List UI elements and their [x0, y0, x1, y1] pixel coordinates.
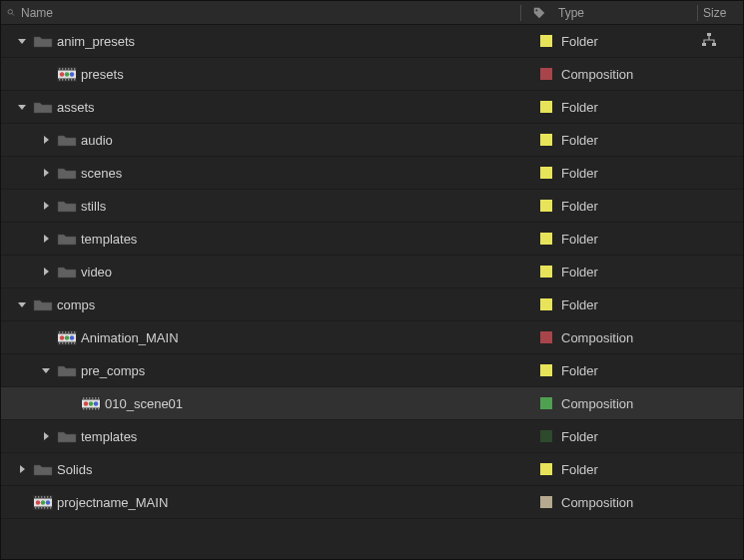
- color-label-cell[interactable]: [531, 430, 561, 442]
- item-label[interactable]: Animation_MAIN: [81, 330, 179, 345]
- chevron-down-icon[interactable]: [15, 34, 29, 48]
- table-row[interactable]: compsFolder: [1, 288, 743, 321]
- color-swatch[interactable]: [540, 430, 552, 442]
- item-name-cell[interactable]: Solids: [7, 461, 531, 477]
- color-label-cell[interactable]: [531, 35, 561, 47]
- table-row[interactable]: presetsComposition: [1, 58, 743, 91]
- color-swatch[interactable]: [540, 35, 552, 47]
- svg-rect-19: [71, 79, 72, 80]
- color-label-cell[interactable]: [531, 233, 561, 245]
- item-name-cell[interactable]: Animation_MAIN: [7, 329, 531, 345]
- item-label[interactable]: presets: [81, 67, 124, 82]
- color-swatch[interactable]: [540, 496, 552, 508]
- color-swatch[interactable]: [540, 233, 552, 245]
- color-label-cell[interactable]: [531, 298, 561, 310]
- svg-rect-7: [58, 67, 77, 70]
- item-label[interactable]: comps: [57, 297, 95, 312]
- chevron-right-icon[interactable]: [15, 462, 29, 476]
- table-row[interactable]: stillsFolder: [1, 190, 743, 223]
- chevron-right-icon[interactable]: [39, 199, 53, 213]
- color-swatch[interactable]: [540, 397, 552, 409]
- color-swatch[interactable]: [540, 134, 552, 146]
- item-label[interactable]: scenes: [81, 166, 122, 181]
- item-label[interactable]: templates: [81, 429, 137, 444]
- table-row[interactable]: templatesFolder: [1, 223, 743, 256]
- table-row[interactable]: videoFolder: [1, 256, 743, 288]
- item-name-cell[interactable]: scenes: [7, 165, 531, 181]
- color-swatch[interactable]: [540, 298, 552, 310]
- table-row[interactable]: pre_compsFolder: [1, 354, 743, 387]
- table-row[interactable]: scenesFolder: [1, 157, 743, 190]
- item-name-cell[interactable]: templates: [7, 231, 531, 247]
- item-label[interactable]: anim_presets: [57, 34, 135, 49]
- item-name-cell[interactable]: comps: [7, 296, 531, 312]
- item-name-cell[interactable]: pre_comps: [7, 362, 531, 378]
- chevron-down-icon[interactable]: [15, 100, 29, 114]
- chevron-right-icon[interactable]: [39, 265, 53, 279]
- item-name-cell[interactable]: assets: [7, 99, 531, 115]
- item-label[interactable]: audio: [81, 133, 113, 148]
- svg-rect-55: [95, 408, 96, 409]
- item-name-cell[interactable]: stills: [7, 198, 531, 214]
- color-label-cell[interactable]: [531, 167, 561, 179]
- indent: [7, 403, 59, 404]
- table-row[interactable]: projectname_MAINComposition: [1, 486, 743, 519]
- table-row[interactable]: anim_presetsFolder: [1, 25, 743, 58]
- column-header-size[interactable]: Size: [701, 6, 743, 20]
- table-row[interactable]: audioFolder: [1, 124, 743, 157]
- color-label-cell[interactable]: [531, 364, 561, 376]
- color-label-cell[interactable]: [531, 200, 561, 212]
- color-swatch[interactable]: [540, 364, 552, 376]
- color-label-cell[interactable]: [531, 134, 561, 146]
- color-label-cell[interactable]: [531, 397, 561, 409]
- label-icon[interactable]: [524, 6, 554, 20]
- color-swatch[interactable]: [540, 101, 552, 113]
- color-label-cell[interactable]: [531, 266, 561, 278]
- item-name-cell[interactable]: video: [7, 264, 531, 280]
- chevron-down-icon[interactable]: [39, 363, 53, 377]
- item-name-cell[interactable]: 010_scene01: [7, 395, 531, 411]
- table-row[interactable]: templatesFolder: [1, 420, 743, 453]
- table-row[interactable]: SolidsFolder: [1, 453, 743, 486]
- column-header-name[interactable]: Name: [15, 6, 517, 20]
- table-row[interactable]: 010_scene01Composition: [1, 387, 743, 420]
- chevron-down-icon[interactable]: [15, 297, 29, 311]
- item-label[interactable]: pre_comps: [81, 363, 145, 378]
- item-label[interactable]: Solids: [57, 462, 92, 477]
- color-label-cell[interactable]: [531, 463, 561, 475]
- color-swatch[interactable]: [540, 331, 552, 343]
- item-name-cell[interactable]: templates: [7, 428, 531, 444]
- color-label-cell[interactable]: [531, 496, 561, 508]
- table-row[interactable]: Animation_MAINComposition: [1, 321, 743, 354]
- color-swatch[interactable]: [540, 266, 552, 278]
- search-icon[interactable]: [1, 7, 15, 18]
- item-label[interactable]: video: [81, 265, 112, 280]
- item-label[interactable]: projectname_MAIN: [57, 495, 168, 510]
- chevron-right-icon[interactable]: [39, 429, 53, 443]
- item-name-cell[interactable]: projectname_MAIN: [7, 494, 531, 510]
- chevron-right-icon[interactable]: [39, 232, 53, 246]
- color-label-cell[interactable]: [531, 68, 561, 80]
- svg-point-58: [89, 401, 93, 405]
- column-divider[interactable]: [520, 5, 521, 21]
- color-label-cell[interactable]: [531, 331, 561, 343]
- chevron-right-icon[interactable]: [39, 166, 53, 180]
- color-swatch[interactable]: [540, 167, 552, 179]
- item-label[interactable]: stills: [81, 199, 106, 214]
- item-name-cell[interactable]: audio: [7, 132, 531, 148]
- item-name-cell[interactable]: presets: [7, 66, 531, 82]
- item-name-cell[interactable]: anim_presets: [7, 33, 531, 49]
- color-swatch[interactable]: [540, 68, 552, 80]
- column-header-type[interactable]: Type: [554, 6, 694, 20]
- color-swatch[interactable]: [540, 463, 552, 475]
- table-row[interactable]: assetsFolder: [1, 91, 743, 124]
- flowchart-icon[interactable]: [701, 32, 717, 51]
- color-label-cell[interactable]: [531, 101, 561, 113]
- item-label[interactable]: templates: [81, 232, 137, 247]
- item-label[interactable]: 010_scene01: [105, 396, 183, 411]
- folder-icon: [33, 33, 53, 49]
- color-swatch[interactable]: [540, 200, 552, 212]
- column-divider[interactable]: [697, 5, 698, 21]
- chevron-right-icon[interactable]: [39, 133, 53, 147]
- item-label[interactable]: assets: [57, 100, 95, 115]
